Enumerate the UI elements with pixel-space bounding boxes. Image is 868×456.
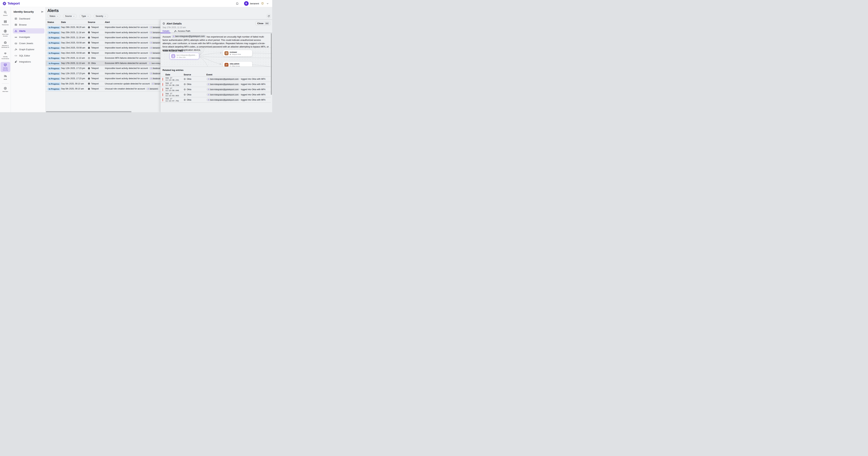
rail-item-zero-trust-access[interactable]: Zero Trust Access: [1, 28, 10, 38]
graph-node-okta-user[interactable]: ben+integrator@goteleport.c... Okta User: [169, 53, 199, 59]
refresh-button[interactable]: [267, 14, 271, 18]
status-badge: In Progress: [48, 36, 61, 39]
rail-item-search[interactable]: Search: [1, 9, 10, 18]
alert-row[interactable]: In Progress Sep 23rd 2025, 03:08 am Tele…: [45, 51, 160, 56]
horizontal-scrollbar[interactable]: [46, 111, 131, 112]
subnav-item-dashboard[interactable]: Dashboard: [13, 16, 44, 21]
graph-node-okta-admin[interactable]: okta-admin Okta Group: [223, 61, 252, 67]
security-warning-shield-icon: [261, 2, 264, 5]
subnav-item-integrations[interactable]: Integrations: [13, 59, 44, 64]
dashboard-icon: [14, 18, 17, 20]
person-icon: [150, 42, 152, 44]
subnav-item-investigate[interactable]: Investigate: [13, 34, 44, 40]
account-chip[interactable]: benarent: [149, 47, 160, 49]
subnav-item-alerts[interactable]: Alerts: [13, 28, 44, 33]
subnav-item-sql-editor[interactable]: SQL Editor: [13, 53, 44, 58]
account-chip[interactable]: benarent: [149, 31, 160, 34]
filter-type[interactable]: Type: [79, 14, 91, 18]
person-icon: [208, 99, 210, 101]
teleport-icon: [230, 54, 231, 55]
filters-bar: Status Source Type Severity: [48, 14, 108, 18]
teleport-icon: [88, 52, 90, 54]
filter-severity[interactable]: Severity: [94, 14, 108, 18]
tab-access-path[interactable]: Access Path: [174, 30, 190, 32]
account-chip[interactable]: ben+integrator@goteleport.com: [207, 93, 240, 96]
rail-item-resources[interactable]: Resources: [1, 19, 10, 27]
log-row: Sep 17 11:13:59.046 Okta ben+integrator@…: [160, 87, 271, 92]
person-icon: [149, 57, 151, 59]
alert-row[interactable]: In Progress Sep 29th 2025, 06:20 am Tele…: [45, 25, 160, 30]
account-chip[interactable]: ben+integrator@goteleport.com: [148, 62, 160, 64]
account-chip[interactable]: ben+integrator@goteleport.com: [207, 78, 240, 80]
alert-row[interactable]: In Progress Sep 5th 2025, 09:10 am Telep…: [45, 81, 160, 86]
rail-item-machine-workload-id[interactable]: Machine & Workload ID: [1, 39, 10, 50]
person-icon: [150, 52, 152, 54]
panel-tabs: Details Access Path: [162, 30, 190, 32]
teleport-icon: [88, 41, 90, 44]
view-access-path-link[interactable]: View Access Path: [162, 49, 186, 52]
alert-row[interactable]: In Progress Sep 12th 2025, 17:23 pm Tele…: [45, 66, 160, 71]
rail-item-add-new[interactable]: Add New: [1, 85, 10, 94]
okta-icon: [184, 94, 186, 96]
alert-row[interactable]: In Progress Sep 12th 2025, 17:23 pm Tele…: [45, 76, 160, 81]
account-chip[interactable]: ben+integrator@goteleport.com: [207, 98, 240, 101]
notifications-bell-icon[interactable]: [236, 2, 239, 5]
severity-accent-bar: [162, 78, 163, 81]
account-chip[interactable]: benarent: [149, 52, 160, 54]
okta-icon: [184, 99, 186, 101]
teleport-logo[interactable]: Teleport: [2, 2, 20, 5]
account-chip[interactable]: thedevelopnik: [149, 77, 160, 80]
account-chip[interactable]: benarent: [146, 88, 159, 90]
subnav-item-graph-explorer[interactable]: Graph Explorer: [13, 47, 44, 52]
account-chip[interactable]: benarent: [149, 26, 160, 29]
severity-accent-bar: [162, 88, 163, 91]
alert-row[interactable]: In Progress Sep 12th 2025, 17:23 pm Tele…: [45, 71, 160, 76]
teleport-gear-icon: [2, 2, 6, 5]
rail-item-audit[interactable]: Audit: [1, 73, 10, 82]
account-chip[interactable]: thedevelopnik: [149, 67, 160, 70]
alerts-table: Status Date Source Alert In Progress Sep…: [45, 20, 160, 91]
rail-item-identity-governance[interactable]: Identity Governance: [1, 51, 10, 61]
chevron-down-icon: [267, 2, 269, 5]
teleport-icon: [88, 88, 90, 90]
alert-row[interactable]: In Progress Sep 5th 2025, 09:10 am Telep…: [45, 86, 160, 91]
alert-row[interactable]: In Progress Sep 25th 2025, 11:18 am Tele…: [45, 35, 160, 40]
filter-source[interactable]: Source: [63, 14, 77, 18]
subnav-item-browse[interactable]: Browse: [13, 22, 44, 27]
robot-icon: [4, 41, 7, 44]
alert-row[interactable]: In Progress Sep 23rd 2025, 03:08 am Tele…: [45, 40, 160, 46]
close-button[interactable]: Close esc: [255, 21, 271, 26]
account-chip[interactable]: ben+integrator@goteleport.com: [207, 83, 240, 86]
tab-active-indicator: [160, 33, 170, 33]
access-path-preview: View Access Path ben+integrator@gotelepo…: [160, 48, 272, 67]
graph-node-reviewer[interactable]: reviewer Teleport Role: [223, 50, 252, 56]
user-menu[interactable]: B benarent: [244, 1, 269, 6]
panel-timestamp: Sep 17th 2025, 11:13 am: [162, 26, 186, 29]
account-chip[interactable]: ben+integrator@goteleport.com: [172, 35, 206, 38]
crown-icon: [14, 42, 17, 45]
account-chip[interactable]: thedevelopnik: [149, 72, 160, 75]
plus-circle-icon: [4, 87, 7, 90]
graph-nodes-icon: [174, 30, 177, 32]
account-chip[interactable]: ben+integrator@goteleport.com: [148, 57, 160, 59]
filter-status[interactable]: Status: [48, 14, 60, 18]
refresh-icon: [268, 15, 270, 18]
account-chip[interactable]: benarent: [149, 41, 160, 44]
panel-title: Alert Details: [162, 22, 182, 25]
account-chip[interactable]: benarent: [149, 36, 160, 39]
alert-row-selected[interactable]: In Progress Sep 17th 2025, 11:13 am Okta…: [45, 61, 160, 66]
vertical-scrollbar[interactable]: [271, 33, 272, 95]
alert-row[interactable]: In Progress Sep 25th 2025, 11:18 am Tele…: [45, 30, 160, 35]
teleport-icon: [88, 36, 90, 39]
status-badge: In Progress: [48, 47, 61, 50]
collapse-sidebar-icon[interactable]: [41, 10, 44, 13]
tab-details[interactable]: Details: [162, 30, 169, 32]
alerts-table-header: Status Date Source Alert: [45, 20, 160, 25]
account-chip[interactable]: ben+integrator@goteleport.com: [207, 88, 240, 91]
account-chip[interactable]: benarent: [151, 82, 160, 85]
rail-item-identity-security[interactable]: Identity Security: [1, 62, 10, 72]
subnav-item-crown-jewels[interactable]: Crown Jewels: [13, 41, 44, 46]
alert-row[interactable]: In Progress Sep 23rd 2025, 03:08 am Tele…: [45, 45, 160, 51]
status-badge: In Progress: [48, 41, 61, 44]
alert-row[interactable]: In Progress Sep 17th 2025, 11:13 am Okta…: [45, 56, 160, 61]
